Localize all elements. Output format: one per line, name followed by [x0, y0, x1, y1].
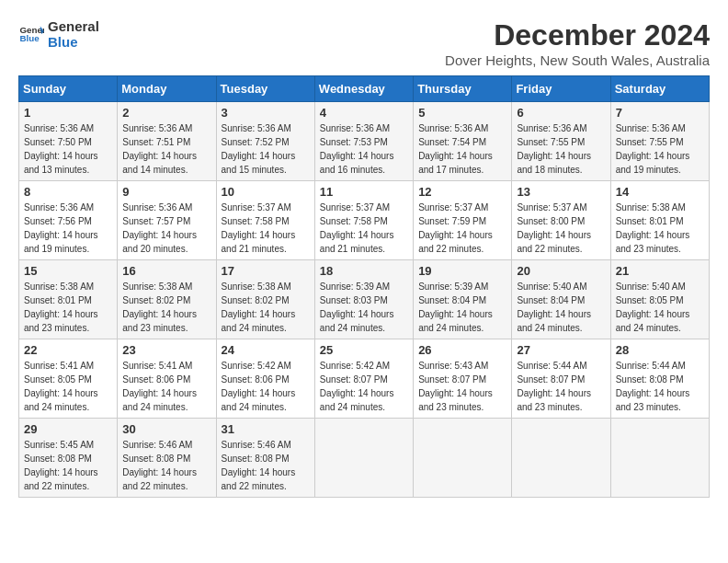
logo-blue: Blue [48, 34, 99, 50]
calendar-cell: 2 Sunrise: 5:36 AMSunset: 7:51 PMDayligh… [118, 102, 216, 181]
day-info: Sunrise: 5:46 AMSunset: 8:08 PMDaylight:… [222, 440, 296, 491]
day-number: 5 [418, 106, 506, 120]
day-info: Sunrise: 5:36 AMSunset: 7:52 PMDaylight:… [222, 123, 296, 175]
day-header-tuesday: Tuesday [216, 76, 314, 102]
calendar-cell: 17 Sunrise: 5:38 AMSunset: 8:02 PMDaylig… [216, 260, 314, 339]
day-number: 31 [222, 422, 310, 436]
day-number: 29 [24, 422, 112, 436]
day-number: 2 [122, 106, 210, 120]
day-number: 3 [222, 106, 310, 120]
day-info: Sunrise: 5:41 AMSunset: 8:05 PMDaylight:… [24, 361, 98, 412]
day-header-sunday: Sunday [19, 76, 118, 102]
day-number: 10 [222, 185, 310, 199]
calendar-cell: 29 Sunrise: 5:45 AMSunset: 8:08 PMDaylig… [19, 419, 118, 498]
day-info: Sunrise: 5:36 AMSunset: 7:55 PMDaylight:… [517, 123, 591, 175]
day-info: Sunrise: 5:37 AMSunset: 8:00 PMDaylight:… [517, 202, 591, 254]
logo-general: General [48, 18, 99, 34]
day-number: 20 [517, 264, 605, 278]
day-number: 17 [222, 264, 310, 278]
week-row-2: 8 Sunrise: 5:36 AMSunset: 7:56 PMDayligh… [19, 181, 710, 260]
calendar-cell: 28 Sunrise: 5:44 AMSunset: 8:08 PMDaylig… [610, 339, 709, 419]
day-number: 22 [24, 343, 112, 357]
day-number: 26 [418, 343, 506, 357]
day-number: 14 [616, 185, 704, 199]
day-info: Sunrise: 5:36 AMSunset: 7:56 PMDaylight:… [24, 202, 98, 254]
calendar-cell: 25 Sunrise: 5:42 AMSunset: 8:07 PMDaylig… [314, 339, 413, 419]
calendar-cell: 21 Sunrise: 5:40 AMSunset: 8:05 PMDaylig… [610, 260, 709, 339]
day-info: Sunrise: 5:40 AMSunset: 8:04 PMDaylight:… [517, 282, 591, 333]
day-header-monday: Monday [118, 76, 216, 102]
calendar-cell: 5 Sunrise: 5:36 AMSunset: 7:54 PMDayligh… [414, 102, 512, 181]
day-info: Sunrise: 5:38 AMSunset: 8:02 PMDaylight:… [222, 282, 296, 333]
calendar-cell: 16 Sunrise: 5:38 AMSunset: 8:02 PMDaylig… [118, 260, 216, 339]
day-number: 23 [122, 343, 210, 357]
day-info: Sunrise: 5:36 AMSunset: 7:54 PMDaylight:… [418, 123, 493, 175]
day-number: 30 [122, 422, 210, 436]
calendar-cell: 15 Sunrise: 5:38 AMSunset: 8:01 PMDaylig… [19, 260, 118, 339]
day-info: Sunrise: 5:39 AMSunset: 8:04 PMDaylight:… [418, 282, 493, 333]
day-info: Sunrise: 5:40 AMSunset: 8:05 PMDaylight:… [616, 282, 690, 333]
calendar-table: SundayMondayTuesdayWednesdayThursdayFrid… [18, 75, 710, 498]
day-number: 7 [616, 106, 704, 120]
calendar-cell: 10 Sunrise: 5:37 AMSunset: 7:58 PMDaylig… [216, 181, 314, 260]
title-area: December 2024 Dover Heights, New South W… [445, 18, 710, 68]
calendar-cell: 7 Sunrise: 5:36 AMSunset: 7:55 PMDayligh… [610, 102, 709, 181]
day-info: Sunrise: 5:45 AMSunset: 8:08 PMDaylight:… [24, 440, 98, 491]
day-info: Sunrise: 5:39 AMSunset: 8:03 PMDaylight:… [320, 282, 394, 333]
day-header-friday: Friday [512, 76, 610, 102]
calendar-cell: 12 Sunrise: 5:37 AMSunset: 7:59 PMDaylig… [414, 181, 512, 260]
calendar-cell: 14 Sunrise: 5:38 AMSunset: 8:01 PMDaylig… [610, 181, 709, 260]
days-header-row: SundayMondayTuesdayWednesdayThursdayFrid… [19, 76, 710, 102]
day-info: Sunrise: 5:38 AMSunset: 8:02 PMDaylight:… [122, 282, 197, 333]
day-number: 4 [320, 106, 408, 120]
calendar-cell: 13 Sunrise: 5:37 AMSunset: 8:00 PMDaylig… [512, 181, 610, 260]
calendar-cell [314, 419, 413, 498]
day-info: Sunrise: 5:38 AMSunset: 8:01 PMDaylight:… [616, 202, 690, 254]
day-number: 11 [320, 185, 408, 199]
calendar-cell: 26 Sunrise: 5:43 AMSunset: 8:07 PMDaylig… [414, 339, 512, 419]
day-info: Sunrise: 5:36 AMSunset: 7:51 PMDaylight:… [122, 123, 197, 175]
week-row-3: 15 Sunrise: 5:38 AMSunset: 8:01 PMDaylig… [19, 260, 710, 339]
calendar-cell: 31 Sunrise: 5:46 AMSunset: 8:08 PMDaylig… [216, 419, 314, 498]
day-info: Sunrise: 5:43 AMSunset: 8:07 PMDaylight:… [418, 361, 493, 412]
calendar-cell [414, 419, 512, 498]
day-info: Sunrise: 5:38 AMSunset: 8:01 PMDaylight:… [24, 282, 98, 333]
day-info: Sunrise: 5:37 AMSunset: 7:59 PMDaylight:… [418, 202, 493, 254]
day-info: Sunrise: 5:44 AMSunset: 8:08 PMDaylight:… [616, 361, 690, 412]
calendar-cell: 23 Sunrise: 5:41 AMSunset: 8:06 PMDaylig… [118, 339, 216, 419]
day-info: Sunrise: 5:36 AMSunset: 7:50 PMDaylight:… [24, 123, 98, 175]
day-number: 15 [24, 264, 112, 278]
day-info: Sunrise: 5:37 AMSunset: 7:58 PMDaylight:… [320, 202, 394, 254]
calendar-cell: 11 Sunrise: 5:37 AMSunset: 7:58 PMDaylig… [314, 181, 413, 260]
calendar-cell: 9 Sunrise: 5:36 AMSunset: 7:57 PMDayligh… [118, 181, 216, 260]
calendar-cell [512, 419, 610, 498]
calendar-cell: 18 Sunrise: 5:39 AMSunset: 8:03 PMDaylig… [314, 260, 413, 339]
day-number: 27 [517, 343, 605, 357]
calendar-cell: 24 Sunrise: 5:42 AMSunset: 8:06 PMDaylig… [216, 339, 314, 419]
day-info: Sunrise: 5:46 AMSunset: 8:08 PMDaylight:… [122, 440, 197, 491]
day-info: Sunrise: 5:37 AMSunset: 7:58 PMDaylight:… [222, 202, 296, 254]
calendar-cell: 3 Sunrise: 5:36 AMSunset: 7:52 PMDayligh… [216, 102, 314, 181]
day-number: 18 [320, 264, 408, 278]
week-row-1: 1 Sunrise: 5:36 AMSunset: 7:50 PMDayligh… [19, 102, 710, 181]
calendar-cell [610, 419, 709, 498]
calendar-cell: 1 Sunrise: 5:36 AMSunset: 7:50 PMDayligh… [19, 102, 118, 181]
day-number: 6 [517, 106, 605, 120]
day-number: 12 [418, 185, 506, 199]
day-header-saturday: Saturday [610, 76, 709, 102]
day-info: Sunrise: 5:36 AMSunset: 7:53 PMDaylight:… [320, 123, 394, 175]
calendar-cell: 20 Sunrise: 5:40 AMSunset: 8:04 PMDaylig… [512, 260, 610, 339]
calendar-title: December 2024 [445, 18, 710, 52]
day-number: 8 [24, 185, 112, 199]
day-number: 21 [616, 264, 704, 278]
day-number: 16 [122, 264, 210, 278]
calendar-cell: 4 Sunrise: 5:36 AMSunset: 7:53 PMDayligh… [314, 102, 413, 181]
day-number: 24 [222, 343, 310, 357]
header: General Blue General Blue December 2024 … [18, 18, 710, 68]
logo: General Blue General Blue [18, 18, 99, 50]
svg-text:Blue: Blue [19, 33, 40, 43]
day-header-thursday: Thursday [414, 76, 512, 102]
day-info: Sunrise: 5:36 AMSunset: 7:55 PMDaylight:… [616, 123, 690, 175]
week-row-5: 29 Sunrise: 5:45 AMSunset: 8:08 PMDaylig… [19, 419, 710, 498]
day-number: 25 [320, 343, 408, 357]
